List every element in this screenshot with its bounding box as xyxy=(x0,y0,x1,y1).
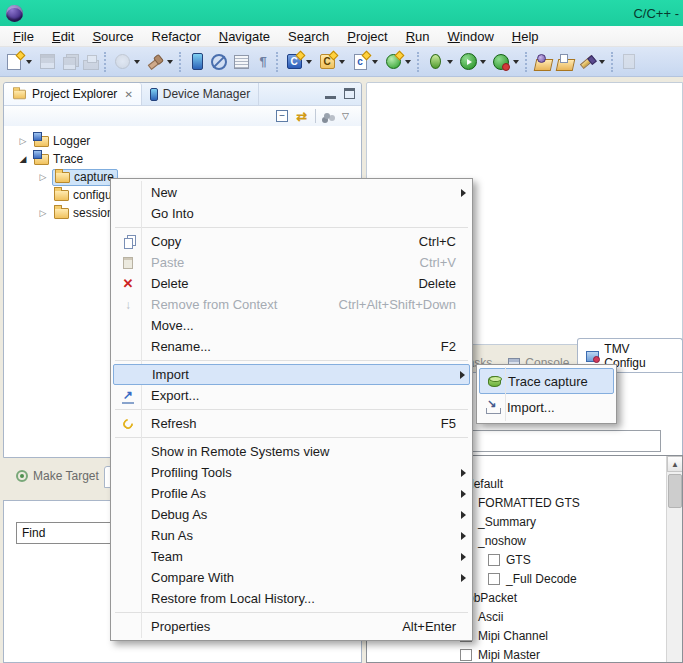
scrollbar-thumb[interactable] xyxy=(668,474,682,508)
menu-item-import[interactable]: Import xyxy=(113,364,470,385)
menu-item-restore-from-local-history[interactable]: Restore from Local History... xyxy=(113,588,470,609)
checkbox-icon[interactable] xyxy=(488,573,500,585)
clipped-icon[interactable] xyxy=(619,52,639,72)
tree-item-label: Trace xyxy=(53,152,83,166)
new-c-project-icon[interactable] xyxy=(284,52,304,72)
pilcrow-icon[interactable] xyxy=(253,52,273,72)
device-icon[interactable] xyxy=(187,52,207,72)
menu-item-profiling-tools[interactable]: Profiling Tools xyxy=(113,462,470,483)
menu-item-compare-with[interactable]: Compare With xyxy=(113,567,470,588)
collapsed-arrow-icon[interactable]: ▷ xyxy=(18,136,28,146)
scrollbar[interactable]: ▲ xyxy=(666,456,682,662)
export-wiz-icon[interactable] xyxy=(555,52,575,72)
tree-item-Trace[interactable]: ◢Trace xyxy=(4,150,361,168)
menubar-item-file[interactable]: File xyxy=(4,27,43,46)
menu-item-move[interactable]: Move... xyxy=(113,315,470,336)
menu-item-delete[interactable]: ✕DeleteDelete xyxy=(113,273,470,294)
dropdown-arrow-icon[interactable] xyxy=(306,60,312,64)
build-hammer-icon[interactable] xyxy=(145,52,165,72)
menu-item-remove-from-context[interactable]: ↓Remove from ContextCtrl+Alt+Shift+Down xyxy=(113,294,470,315)
menu-item-paste[interactable]: PasteCtrl+V xyxy=(113,252,470,273)
menu-item-refresh[interactable]: RefreshF5 xyxy=(113,413,470,434)
dropdown-arrow-icon[interactable] xyxy=(513,60,519,64)
menu-item-label: New xyxy=(143,185,470,200)
dropdown-arrow-icon[interactable] xyxy=(480,60,486,64)
dropdown-arrow-icon[interactable] xyxy=(405,60,411,64)
close-tab-icon[interactable]: ✕ xyxy=(124,89,132,100)
submenu-item-import[interactable]: Import... xyxy=(479,394,614,420)
tree-item-row[interactable]: Logger xyxy=(32,133,93,150)
menu-item-label: Delete xyxy=(143,276,418,291)
tree-item-Logger[interactable]: ▷Logger xyxy=(4,132,361,150)
timer-icon[interactable] xyxy=(112,52,132,72)
list-item[interactable]: Mipi Master xyxy=(367,645,682,663)
menubar-item-run[interactable]: Run xyxy=(397,27,439,46)
toolbar-separator xyxy=(315,109,316,123)
menu-item-show-in-remote-systems-view[interactable]: Show in Remote Systems view xyxy=(113,441,470,462)
menubar-item-edit[interactable]: Edit xyxy=(43,27,83,46)
save-icon[interactable] xyxy=(37,52,57,72)
maximize-view-button[interactable] xyxy=(344,88,355,99)
menu-item-go-into[interactable]: Go Into xyxy=(113,203,470,224)
checkbox-icon[interactable] xyxy=(460,649,472,661)
dropdown-arrow-icon[interactable] xyxy=(447,60,453,64)
link-with-editor-icon[interactable]: ⇄ xyxy=(296,109,307,124)
skip-bp-icon[interactable] xyxy=(209,52,229,72)
tab-device-manager[interactable]: Device Manager xyxy=(142,83,259,105)
debug-icon[interactable] xyxy=(425,52,445,72)
dropdown-arrow-icon[interactable] xyxy=(167,60,173,64)
tab-make-target[interactable]: Make Target xyxy=(8,466,107,486)
toolbar-group xyxy=(532,52,609,72)
menubar-item-window[interactable]: Window xyxy=(439,27,503,46)
collapsed-arrow-icon[interactable]: ▷ xyxy=(38,208,48,218)
import-wiz-icon[interactable] xyxy=(533,52,553,72)
new-c-file-icon[interactable] xyxy=(350,52,370,72)
dropdown-arrow-icon[interactable] xyxy=(339,60,345,64)
tree-item-row[interactable]: Trace xyxy=(32,151,86,168)
menu-item-label: Move... xyxy=(143,318,470,333)
menu-item-properties[interactable]: PropertiesAlt+Enter xyxy=(113,616,470,637)
dropdown-arrow-icon[interactable] xyxy=(372,60,378,64)
menubar-item-navigate[interactable]: Navigate xyxy=(210,27,279,46)
menu-separator xyxy=(115,409,468,410)
menu-item-run-as[interactable]: Run As xyxy=(113,525,470,546)
dropdown-arrow-icon[interactable] xyxy=(26,60,32,64)
menu-item-copy[interactable]: CopyCtrl+C xyxy=(113,231,470,252)
menubar-item-search[interactable]: Search xyxy=(279,27,338,46)
menu-item-new[interactable]: New xyxy=(113,182,470,203)
menu-item-debug-as[interactable]: Debug As xyxy=(113,504,470,525)
collapse-all-icon[interactable]: − xyxy=(276,110,288,122)
menu-item-rename[interactable]: Rename...F2 xyxy=(113,336,470,357)
print-icon[interactable] xyxy=(81,52,101,72)
profiles-icon[interactable] xyxy=(324,113,330,119)
save-all-icon[interactable] xyxy=(59,52,79,72)
search-icon[interactable] xyxy=(577,52,597,72)
dropdown-arrow-icon[interactable] xyxy=(599,60,605,64)
menubar-item-source[interactable]: Source xyxy=(83,27,142,46)
checkbox-icon[interactable] xyxy=(488,554,500,566)
run-icon[interactable] xyxy=(458,52,478,72)
tree-item-row[interactable]: session xyxy=(52,205,117,222)
tree-item-row[interactable]: configu xyxy=(52,187,115,204)
menu-item-team[interactable]: Team xyxy=(113,546,470,567)
new-cpp-project-icon[interactable] xyxy=(317,52,337,72)
scroll-up-icon[interactable]: ▲ xyxy=(667,456,683,472)
minimize-view-button[interactable] xyxy=(325,96,336,99)
menubar: FileEditSourceRefactorNavigateSearchProj… xyxy=(0,26,683,47)
console-view-icon[interactable] xyxy=(231,52,251,72)
menubar-item-project[interactable]: Project xyxy=(338,27,396,46)
collapsed-arrow-icon[interactable]: ▷ xyxy=(38,172,48,182)
menu-item-export[interactable]: ↗Export... xyxy=(113,385,470,406)
make-build-icon[interactable] xyxy=(383,52,403,72)
menu-item-profile-as[interactable]: Profile As xyxy=(113,483,470,504)
submenu-item-trace-capture[interactable]: Trace capture xyxy=(479,368,614,394)
tab-project-explorer[interactable]: Project Explorer ✕ xyxy=(4,83,142,105)
dropdown-arrow-icon[interactable] xyxy=(134,60,140,64)
menubar-item-help[interactable]: Help xyxy=(503,27,548,46)
menubar-item-refactor[interactable]: Refactor xyxy=(143,27,210,46)
new-wizard-icon[interactable] xyxy=(4,52,24,72)
expanded-arrow-icon[interactable]: ◢ xyxy=(18,154,28,164)
tree-item-row[interactable]: capture xyxy=(52,169,118,186)
profile-icon[interactable] xyxy=(491,52,511,72)
view-menu-icon[interactable]: ▽ xyxy=(342,111,349,121)
